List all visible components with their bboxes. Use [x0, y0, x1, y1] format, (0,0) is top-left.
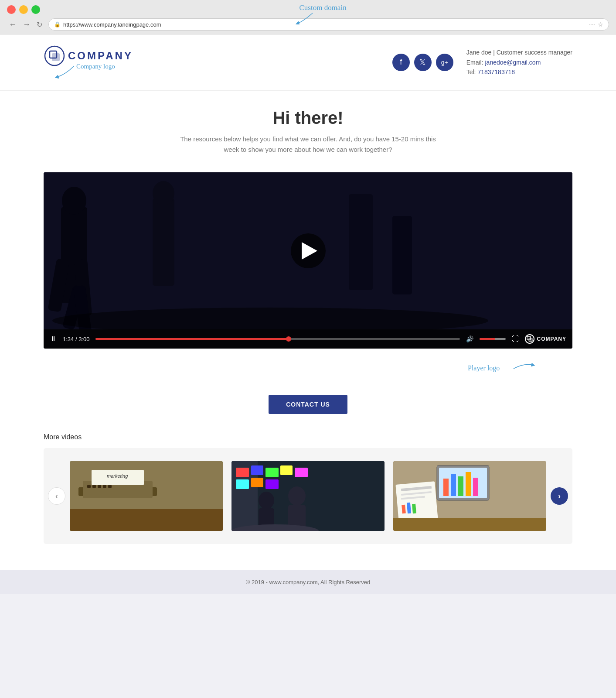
player-logo-annotation: Player logo: [468, 361, 546, 383]
tel-line: Tel: 71837183718: [466, 67, 572, 77]
forward-button[interactable]: →: [21, 19, 32, 30]
svg-rect-36: [295, 468, 308, 477]
player-company-name: COMPANY: [537, 336, 566, 342]
player-logo-area: COMPANY: [525, 334, 566, 344]
videos-grid: marketing: [70, 461, 546, 531]
progress-bar[interactable]: [95, 338, 459, 340]
progress-dot: [286, 336, 291, 342]
refresh-button[interactable]: ↻: [35, 20, 44, 30]
url-text: https://www.company.landingpage.com: [63, 21, 586, 28]
page-header: COMPANY Company logo: [0, 34, 616, 91]
traffic-lights: [7, 5, 609, 14]
address-bar-row: ← → ↻ 🔒 https://www.company.landingpage.…: [7, 18, 609, 34]
lock-icon: 🔒: [54, 21, 61, 27]
svg-rect-48: [443, 479, 449, 496]
contact-info: Jane doe | Customer success manager Emai…: [466, 48, 572, 77]
thumb-1-art: marketing: [70, 461, 223, 531]
svg-rect-50: [458, 476, 463, 496]
video-controls: ⏸ 1:34 / 3:00 🔊 ⛶: [44, 329, 572, 349]
logo-area: COMPANY Company logo: [44, 45, 133, 67]
company-name: COMPANY: [68, 50, 133, 62]
svg-rect-23: [98, 485, 101, 488]
social-icons: f 𝕏 g+: [392, 54, 453, 71]
svg-text:marketing: marketing: [107, 473, 128, 479]
video-player[interactable]: ⏸ 1:34 / 3:00 🔊 ⛶: [44, 172, 572, 349]
play-triangle-icon: [302, 242, 317, 260]
progress-fill: [95, 338, 289, 340]
thumb-2-art: [231, 461, 385, 531]
svg-rect-37: [236, 479, 249, 489]
svg-point-5: [62, 187, 86, 215]
svg-point-42: [288, 486, 306, 506]
svg-rect-52: [473, 478, 478, 496]
hero-section: Hi there! The resources below helps you …: [0, 91, 616, 164]
play-button[interactable]: [291, 233, 326, 268]
twitter-icon[interactable]: 𝕏: [414, 54, 432, 71]
browser-chrome: ← → ↻ 🔒 https://www.company.landingpage.…: [0, 0, 616, 34]
svg-rect-38: [251, 478, 263, 487]
svg-rect-22: [92, 485, 96, 488]
pause-icon[interactable]: ⏸: [50, 335, 57, 343]
svg-rect-24: [103, 485, 106, 488]
svg-rect-16: [529, 338, 532, 342]
close-button[interactable]: [7, 5, 16, 14]
svg-rect-60: [393, 518, 546, 531]
more-videos-title: More videos: [44, 433, 572, 441]
company-logo-icon: [44, 45, 65, 67]
video-card-3[interactable]: [393, 461, 546, 531]
svg-point-9: [153, 181, 174, 205]
facebook-icon[interactable]: f: [392, 54, 410, 71]
page-content: COMPANY Company logo: [0, 34, 616, 594]
svg-rect-8: [153, 198, 174, 286]
video-thumb-2: [231, 461, 385, 531]
video-background: [44, 172, 572, 329]
contact-name: Jane doe | Customer success manager: [466, 48, 572, 57]
email-link[interactable]: janedoe@gmail.com: [485, 59, 541, 66]
svg-text:Player logo: Player logo: [468, 364, 500, 372]
svg-rect-35: [280, 465, 293, 475]
tel-link[interactable]: 71837183718: [477, 68, 515, 75]
svg-rect-51: [466, 472, 471, 496]
svg-rect-32: [236, 468, 249, 477]
svg-rect-39: [265, 479, 279, 489]
volume-icon[interactable]: 🔊: [466, 335, 473, 342]
header-right: f 𝕏 g+ Jane doe | Customer success manag…: [392, 48, 572, 77]
contact-section: CONTACT US: [0, 384, 616, 424]
svg-rect-21: [87, 485, 91, 488]
volume-bar[interactable]: [480, 338, 506, 340]
svg-rect-28: [70, 509, 223, 531]
hero-title: Hi there!: [44, 108, 572, 128]
email-line: Email: janedoe@gmail.com: [466, 58, 572, 67]
fullscreen-icon[interactable]: ⛶: [512, 335, 519, 343]
svg-rect-2: [52, 54, 59, 61]
company-logo-label: Company logo: [76, 63, 115, 70]
carousel-next-button[interactable]: ›: [551, 487, 568, 505]
volume-fill: [480, 338, 495, 340]
video-card-2[interactable]: [231, 461, 385, 531]
more-videos-section: More videos ‹: [0, 424, 616, 561]
svg-rect-11: [392, 216, 412, 294]
svg-rect-10: [349, 194, 373, 290]
svg-rect-25: [108, 485, 112, 488]
hero-subtitle: The resources below helps you find what …: [177, 134, 439, 155]
page-footer: © 2019 - www.company.com, All Rights Res…: [0, 570, 616, 594]
address-bar[interactable]: 🔒 https://www.company.landingpage.com ⋯ …: [48, 18, 609, 31]
time-display: 1:34 / 3:00: [63, 336, 89, 342]
videos-carousel: ‹: [44, 448, 572, 544]
video-card-1[interactable]: marketing: [70, 461, 223, 531]
svg-rect-33: [251, 465, 263, 475]
maximize-button[interactable]: [31, 5, 40, 14]
star-icon: ☆: [598, 21, 603, 28]
googleplus-icon[interactable]: g+: [436, 54, 453, 71]
svg-rect-34: [265, 468, 279, 477]
video-thumb-1: marketing: [70, 461, 223, 531]
svg-point-40: [259, 492, 274, 509]
carousel-prev-button[interactable]: ‹: [48, 487, 65, 505]
player-annotation-wrapper: Player logo: [0, 357, 616, 384]
back-button[interactable]: ←: [7, 19, 18, 30]
contact-us-button[interactable]: CONTACT US: [269, 395, 347, 414]
nav-buttons: ← → ↻: [7, 19, 44, 30]
bookmark-icon: ⋯: [589, 21, 595, 28]
minimize-button[interactable]: [19, 5, 28, 14]
thumb-3-art: [393, 461, 546, 531]
